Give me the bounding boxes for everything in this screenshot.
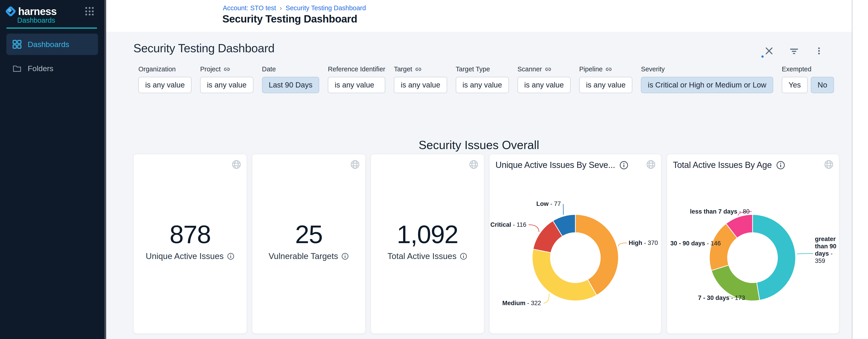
slice-label: 30 - 90 days - 146	[671, 240, 721, 247]
app-root: harness Dashboards Dashboards Folders	[0, 0, 868, 339]
leader-line	[738, 211, 752, 216]
section-title: Security Issues Overall	[106, 138, 852, 152]
filter-icon	[789, 46, 799, 56]
stat-label: Unique Active Issues	[146, 252, 223, 261]
content-right-divider	[852, 0, 852, 339]
donut-slice[interactable]	[575, 215, 618, 295]
chart-title: Unique Active Issues By Seve...	[495, 160, 615, 170]
filter-chip-target[interactable]: is any value	[394, 77, 447, 93]
info-icon[interactable]	[619, 161, 629, 170]
leader-line	[797, 254, 813, 254]
donut-slice[interactable]	[711, 265, 760, 301]
filter-label: Date	[262, 65, 319, 73]
filter-label: Organization	[138, 65, 191, 73]
slice-label: Low - 77	[536, 200, 561, 207]
filter-chip-exempted-no[interactable]: No	[811, 77, 834, 93]
globe-icon[interactable]	[646, 159, 656, 170]
filter-chip-pipeline[interactable]: is any value	[579, 77, 632, 93]
sidebar-item-label: Dashboards	[28, 40, 69, 49]
filter-chip-scanner[interactable]: is any value	[518, 77, 570, 93]
stat-card-unique-active-issues: 878 Unique Active Issues	[133, 154, 247, 334]
slice-label: Medium - 322	[502, 300, 541, 307]
breadcrumb-dashboard-link[interactable]: Security Testing Dashboard	[286, 4, 366, 12]
cards-row: 878 Unique Active Issues 25 Vulnerable T…	[133, 154, 839, 334]
kebab-menu-icon	[814, 46, 824, 55]
filter-scanner: Scanner is any value	[518, 65, 570, 93]
sidebar-item-dashboards[interactable]: Dashboards	[6, 34, 98, 55]
info-icon[interactable]	[460, 252, 467, 260]
globe-icon[interactable]	[468, 159, 479, 170]
stat-label: Vulnerable Targets	[269, 252, 338, 261]
filter-label: Severity	[641, 65, 773, 73]
dashboard-icon	[12, 39, 22, 49]
globe-icon[interactable]	[824, 159, 834, 170]
donut-slice[interactable]	[726, 215, 752, 238]
donut-slice[interactable]	[553, 215, 575, 236]
filter-button[interactable]	[788, 46, 800, 56]
grid-apps-icon[interactable]	[85, 7, 94, 16]
filter-chip-date[interactable]: Last 90 Days	[262, 77, 319, 93]
filter-target: Target is any value	[394, 65, 447, 93]
chart-title: Total Active Issues By Age	[673, 160, 772, 170]
sidebar-item-label: Folders	[28, 64, 53, 73]
close-button[interactable]	[764, 46, 775, 56]
slice-label: less than 7 days - 80	[690, 208, 750, 215]
leader-line	[563, 204, 563, 215]
donut-card-issues-by-severity: Unique Active Issues By Seve... High - 3…	[489, 154, 661, 334]
brand-name: harness	[18, 5, 85, 18]
donut-slice[interactable]	[532, 249, 597, 301]
link-icon	[605, 66, 612, 73]
slice-label: High - 370	[629, 239, 658, 247]
donut-slice[interactable]	[752, 215, 796, 300]
stat-value: 878	[134, 220, 247, 249]
filter-chip-organization[interactable]: is any value	[138, 77, 191, 93]
leader-line	[710, 243, 723, 245]
sidebar-resize-handle[interactable]	[104, 0, 106, 339]
filter-label: Scanner	[518, 65, 570, 73]
link-icon	[223, 66, 230, 73]
filter-label: Exempted	[782, 65, 834, 73]
top-header: Account: STO test › Security Testing Das…	[106, 0, 868, 32]
leader-line	[529, 225, 539, 232]
harness-logo-icon	[5, 6, 16, 17]
leader-line	[544, 294, 549, 303]
dashboard-panel-title: Security Testing Dashboard	[133, 41, 275, 55]
module-name: Dashboards	[17, 16, 55, 25]
breadcrumb-account-link[interactable]: Account: STO test	[223, 4, 276, 12]
more-options-button[interactable]	[813, 46, 825, 56]
slice-label: Critical - 116	[490, 221, 526, 228]
filter-chip-severity[interactable]: is Critical or High or Medium or Low	[641, 77, 773, 93]
folder-icon	[12, 64, 22, 73]
donut-slice[interactable]	[533, 221, 562, 253]
link-icon	[545, 66, 552, 73]
filter-pipeline: Pipeline is any value	[579, 65, 632, 93]
filter-chip-exempted-yes[interactable]: Yes	[782, 77, 808, 93]
filter-chip-project[interactable]: is any value	[200, 77, 253, 93]
filter-severity: Severity is Critical or High or Medium o…	[641, 65, 773, 93]
info-icon[interactable]	[227, 252, 235, 260]
info-icon[interactable]	[341, 252, 349, 260]
globe-icon[interactable]	[231, 159, 242, 170]
leader-line	[729, 295, 747, 298]
donut-card-issues-by-age: Total Active Issues By Age greater than …	[667, 154, 839, 334]
filter-label: Target	[394, 65, 447, 73]
stat-value: 1,092	[371, 220, 484, 249]
stat-label: Total Active Issues	[388, 252, 457, 261]
stat-card-total-active-issues: 1,092 Total Active Issues	[371, 154, 484, 334]
breadcrumb: Account: STO test › Security Testing Das…	[223, 4, 366, 12]
filter-chip-reference-identifier[interactable]: is any value	[328, 77, 385, 93]
sidebar-item-folders[interactable]: Folders	[6, 58, 98, 79]
donut-chart-severity	[490, 154, 661, 334]
right-gutter[interactable]	[852, 0, 868, 339]
sidebar: harness Dashboards Dashboards Folders	[0, 0, 104, 339]
info-icon[interactable]	[776, 161, 785, 170]
breadcrumb-chevron-icon: ›	[280, 4, 282, 12]
filter-chip-target-type[interactable]: is any value	[456, 77, 509, 93]
filter-label: Pipeline	[579, 65, 632, 73]
close-icon	[764, 46, 774, 56]
filter-label: Project	[200, 65, 253, 73]
filter-label: Target Type	[456, 65, 509, 73]
donut-slice[interactable]	[709, 224, 737, 271]
module-underline	[6, 28, 97, 29]
globe-icon[interactable]	[350, 159, 360, 170]
